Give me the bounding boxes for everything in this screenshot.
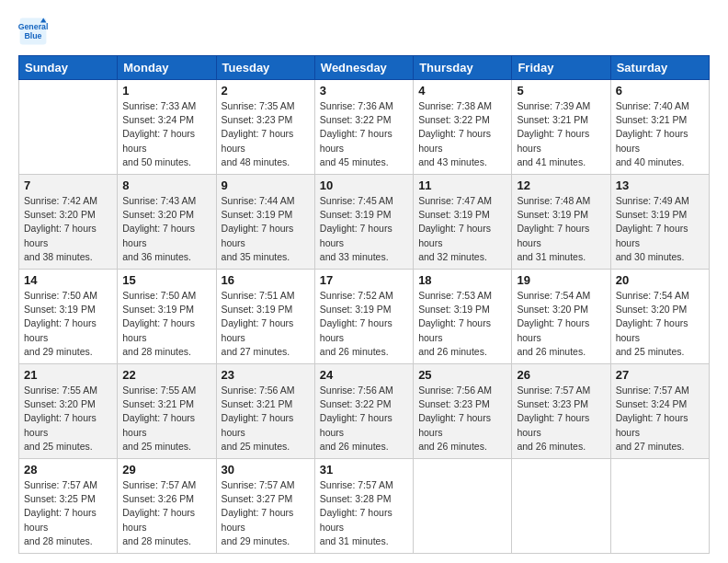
day-info: Sunrise: 7:45 AMSunset: 3:19 PMDaylight:…	[320, 194, 408, 264]
day-info: Sunrise: 7:39 AMSunset: 3:21 PMDaylight:…	[517, 99, 605, 169]
col-header-thursday: Thursday	[414, 56, 512, 80]
day-cell: 19Sunrise: 7:54 AMSunset: 3:20 PMDayligh…	[512, 270, 610, 364]
day-info: Sunrise: 7:35 AMSunset: 3:23 PMDaylight:…	[222, 99, 310, 169]
day-number: 12	[517, 178, 605, 192]
day-number: 16	[222, 273, 310, 287]
day-cell: 24Sunrise: 7:56 AMSunset: 3:22 PMDayligh…	[314, 364, 413, 459]
week-row-5: 28Sunrise: 7:57 AMSunset: 3:25 PMDayligh…	[19, 459, 710, 554]
day-cell: 30Sunrise: 7:57 AMSunset: 3:27 PMDayligh…	[216, 459, 314, 554]
header-row: SundayMondayTuesdayWednesdayThursdayFrid…	[19, 56, 710, 80]
day-number: 22	[122, 368, 210, 382]
day-info: Sunrise: 7:57 AMSunset: 3:25 PMDaylight:…	[24, 478, 112, 548]
day-cell: 23Sunrise: 7:56 AMSunset: 3:21 PMDayligh…	[216, 364, 314, 459]
day-number: 1	[122, 84, 210, 98]
day-cell: 17Sunrise: 7:52 AMSunset: 3:19 PMDayligh…	[314, 270, 413, 364]
svg-text:General: General	[18, 22, 48, 31]
day-number: 18	[418, 273, 506, 287]
day-cell: 8Sunrise: 7:43 AMSunset: 3:20 PMDaylight…	[118, 175, 216, 270]
day-number: 2	[222, 84, 310, 98]
day-number: 21	[24, 368, 112, 382]
svg-text:Blue: Blue	[24, 31, 41, 40]
header: General Blue	[18, 17, 710, 46]
day-number: 26	[517, 368, 605, 382]
col-header-monday: Monday	[118, 56, 216, 80]
day-number: 7	[24, 178, 112, 192]
day-cell: 4Sunrise: 7:38 AMSunset: 3:22 PMDaylight…	[414, 80, 512, 175]
day-cell: 16Sunrise: 7:51 AMSunset: 3:19 PMDayligh…	[216, 270, 314, 364]
day-cell: 18Sunrise: 7:53 AMSunset: 3:19 PMDayligh…	[414, 270, 512, 364]
page: General Blue SundayMondayTuesdayWednesda…	[0, 0, 728, 563]
day-cell: 5Sunrise: 7:39 AMSunset: 3:21 PMDaylight…	[512, 80, 610, 175]
day-info: Sunrise: 7:44 AMSunset: 3:19 PMDaylight:…	[222, 194, 310, 264]
day-info: Sunrise: 7:47 AMSunset: 3:19 PMDaylight:…	[418, 194, 506, 264]
day-cell: 12Sunrise: 7:48 AMSunset: 3:19 PMDayligh…	[512, 175, 610, 270]
day-info: Sunrise: 7:54 AMSunset: 3:20 PMDaylight:…	[517, 289, 605, 359]
day-info: Sunrise: 7:38 AMSunset: 3:22 PMDaylight:…	[418, 99, 506, 169]
day-number: 3	[320, 84, 408, 98]
day-cell: 7Sunrise: 7:42 AMSunset: 3:20 PMDaylight…	[19, 175, 118, 270]
day-number: 20	[616, 273, 704, 287]
day-cell: 14Sunrise: 7:50 AMSunset: 3:19 PMDayligh…	[19, 270, 118, 364]
day-number: 31	[320, 463, 408, 477]
day-cell: 27Sunrise: 7:57 AMSunset: 3:24 PMDayligh…	[610, 364, 709, 459]
day-cell: 10Sunrise: 7:45 AMSunset: 3:19 PMDayligh…	[314, 175, 413, 270]
day-number: 27	[616, 368, 704, 382]
day-cell: 21Sunrise: 7:55 AMSunset: 3:20 PMDayligh…	[19, 364, 118, 459]
week-row-3: 14Sunrise: 7:50 AMSunset: 3:19 PMDayligh…	[19, 270, 710, 364]
day-cell: 11Sunrise: 7:47 AMSunset: 3:19 PMDayligh…	[414, 175, 512, 270]
day-info: Sunrise: 7:56 AMSunset: 3:23 PMDaylight:…	[418, 384, 506, 454]
day-info: Sunrise: 7:55 AMSunset: 3:21 PMDaylight:…	[122, 384, 210, 454]
day-number: 11	[418, 178, 506, 192]
col-header-wednesday: Wednesday	[314, 56, 413, 80]
day-cell	[610, 459, 709, 554]
day-info: Sunrise: 7:51 AMSunset: 3:19 PMDaylight:…	[222, 289, 310, 359]
day-cell: 9Sunrise: 7:44 AMSunset: 3:19 PMDaylight…	[216, 175, 314, 270]
calendar-table: SundayMondayTuesdayWednesdayThursdayFrid…	[18, 55, 710, 554]
day-info: Sunrise: 7:54 AMSunset: 3:20 PMDaylight:…	[616, 289, 704, 359]
day-info: Sunrise: 7:57 AMSunset: 3:23 PMDaylight:…	[517, 384, 605, 454]
day-number: 30	[222, 463, 310, 477]
day-info: Sunrise: 7:43 AMSunset: 3:20 PMDaylight:…	[122, 194, 210, 264]
day-number: 25	[418, 368, 506, 382]
day-cell: 1Sunrise: 7:33 AMSunset: 3:24 PMDaylight…	[118, 80, 216, 175]
day-info: Sunrise: 7:56 AMSunset: 3:21 PMDaylight:…	[222, 384, 310, 454]
day-cell: 3Sunrise: 7:36 AMSunset: 3:22 PMDaylight…	[314, 80, 413, 175]
day-cell: 26Sunrise: 7:57 AMSunset: 3:23 PMDayligh…	[512, 364, 610, 459]
day-info: Sunrise: 7:57 AMSunset: 3:28 PMDaylight:…	[320, 478, 408, 548]
day-number: 5	[517, 84, 605, 98]
day-number: 28	[24, 463, 112, 477]
day-cell: 20Sunrise: 7:54 AMSunset: 3:20 PMDayligh…	[610, 270, 709, 364]
day-number: 9	[222, 178, 310, 192]
day-info: Sunrise: 7:48 AMSunset: 3:19 PMDaylight:…	[517, 194, 605, 264]
day-cell: 22Sunrise: 7:55 AMSunset: 3:21 PMDayligh…	[118, 364, 216, 459]
day-number: 10	[320, 178, 408, 192]
day-info: Sunrise: 7:55 AMSunset: 3:20 PMDaylight:…	[24, 384, 112, 454]
day-cell: 25Sunrise: 7:56 AMSunset: 3:23 PMDayligh…	[414, 364, 512, 459]
day-number: 8	[122, 178, 210, 192]
col-header-friday: Friday	[512, 56, 610, 80]
day-cell: 6Sunrise: 7:40 AMSunset: 3:21 PMDaylight…	[610, 80, 709, 175]
col-header-saturday: Saturday	[610, 56, 709, 80]
day-number: 29	[122, 463, 210, 477]
day-cell: 31Sunrise: 7:57 AMSunset: 3:28 PMDayligh…	[314, 459, 413, 554]
week-row-4: 21Sunrise: 7:55 AMSunset: 3:20 PMDayligh…	[19, 364, 710, 459]
day-number: 24	[320, 368, 408, 382]
col-header-sunday: Sunday	[19, 56, 118, 80]
day-number: 13	[616, 178, 704, 192]
day-info: Sunrise: 7:57 AMSunset: 3:27 PMDaylight:…	[222, 478, 310, 548]
day-info: Sunrise: 7:33 AMSunset: 3:24 PMDaylight:…	[122, 99, 210, 169]
week-row-1: 1Sunrise: 7:33 AMSunset: 3:24 PMDaylight…	[19, 80, 710, 175]
day-number: 14	[24, 273, 112, 287]
day-info: Sunrise: 7:49 AMSunset: 3:19 PMDaylight:…	[616, 194, 704, 264]
day-cell	[19, 80, 118, 175]
day-cell: 28Sunrise: 7:57 AMSunset: 3:25 PMDayligh…	[19, 459, 118, 554]
week-row-2: 7Sunrise: 7:42 AMSunset: 3:20 PMDaylight…	[19, 175, 710, 270]
day-cell: 15Sunrise: 7:50 AMSunset: 3:19 PMDayligh…	[118, 270, 216, 364]
day-cell	[512, 459, 610, 554]
day-number: 19	[517, 273, 605, 287]
day-info: Sunrise: 7:56 AMSunset: 3:22 PMDaylight:…	[320, 384, 408, 454]
logo-icon: General Blue	[18, 17, 48, 46]
day-number: 17	[320, 273, 408, 287]
day-info: Sunrise: 7:40 AMSunset: 3:21 PMDaylight:…	[616, 99, 704, 169]
day-number: 15	[122, 273, 210, 287]
